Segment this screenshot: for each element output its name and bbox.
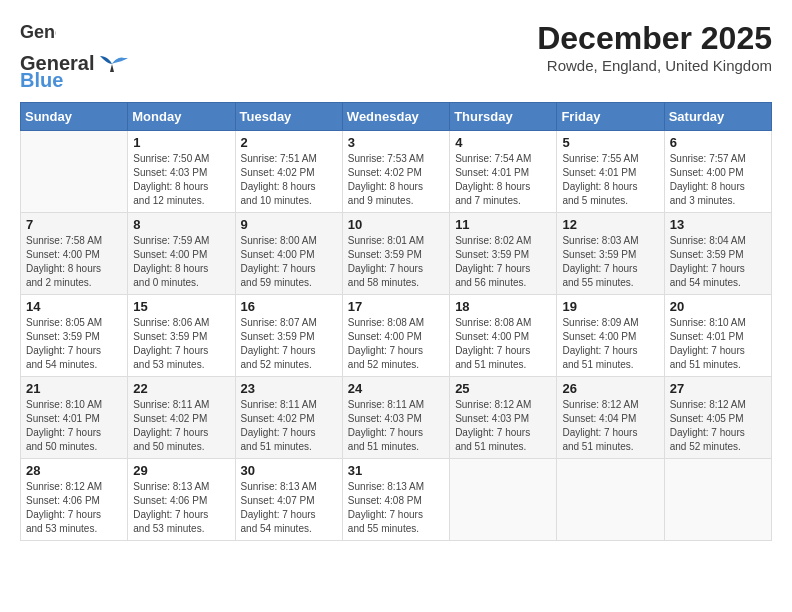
day-number: 18 (455, 299, 551, 314)
logo-blue: Blue (20, 69, 63, 92)
day-info: Sunrise: 8:01 AM Sunset: 3:59 PM Dayligh… (348, 234, 444, 290)
calendar-cell: 12Sunrise: 8:03 AM Sunset: 3:59 PM Dayli… (557, 213, 664, 295)
calendar-cell: 17Sunrise: 8:08 AM Sunset: 4:00 PM Dayli… (342, 295, 449, 377)
day-info: Sunrise: 8:03 AM Sunset: 3:59 PM Dayligh… (562, 234, 658, 290)
day-number: 7 (26, 217, 122, 232)
calendar-cell: 20Sunrise: 8:10 AM Sunset: 4:01 PM Dayli… (664, 295, 771, 377)
day-number: 24 (348, 381, 444, 396)
calendar-week-row: 21Sunrise: 8:10 AM Sunset: 4:01 PM Dayli… (21, 377, 772, 459)
calendar-cell (450, 459, 557, 541)
day-number: 17 (348, 299, 444, 314)
calendar-cell: 28Sunrise: 8:12 AM Sunset: 4:06 PM Dayli… (21, 459, 128, 541)
calendar-cell (664, 459, 771, 541)
day-number: 11 (455, 217, 551, 232)
calendar-cell: 25Sunrise: 8:12 AM Sunset: 4:03 PM Dayli… (450, 377, 557, 459)
day-info: Sunrise: 7:58 AM Sunset: 4:00 PM Dayligh… (26, 234, 122, 290)
calendar-cell: 3Sunrise: 7:53 AM Sunset: 4:02 PM Daylig… (342, 131, 449, 213)
day-info: Sunrise: 8:07 AM Sunset: 3:59 PM Dayligh… (241, 316, 337, 372)
day-number: 21 (26, 381, 122, 396)
day-info: Sunrise: 8:12 AM Sunset: 4:05 PM Dayligh… (670, 398, 766, 454)
day-info: Sunrise: 8:13 AM Sunset: 4:06 PM Dayligh… (133, 480, 229, 536)
calendar-cell: 5Sunrise: 7:55 AM Sunset: 4:01 PM Daylig… (557, 131, 664, 213)
calendar-cell: 21Sunrise: 8:10 AM Sunset: 4:01 PM Dayli… (21, 377, 128, 459)
page-header: General General Blue December 2025 Rowde… (20, 20, 772, 92)
day-info: Sunrise: 8:08 AM Sunset: 4:00 PM Dayligh… (455, 316, 551, 372)
day-number: 5 (562, 135, 658, 150)
day-number: 28 (26, 463, 122, 478)
day-info: Sunrise: 8:05 AM Sunset: 3:59 PM Dayligh… (26, 316, 122, 372)
calendar-cell: 18Sunrise: 8:08 AM Sunset: 4:00 PM Dayli… (450, 295, 557, 377)
day-info: Sunrise: 7:51 AM Sunset: 4:02 PM Dayligh… (241, 152, 337, 208)
calendar-cell: 16Sunrise: 8:07 AM Sunset: 3:59 PM Dayli… (235, 295, 342, 377)
day-number: 30 (241, 463, 337, 478)
logo-bird-icon (96, 54, 128, 74)
day-info: Sunrise: 8:06 AM Sunset: 3:59 PM Dayligh… (133, 316, 229, 372)
day-number: 19 (562, 299, 658, 314)
day-number: 29 (133, 463, 229, 478)
day-info: Sunrise: 8:13 AM Sunset: 4:07 PM Dayligh… (241, 480, 337, 536)
day-number: 31 (348, 463, 444, 478)
calendar-cell: 9Sunrise: 8:00 AM Sunset: 4:00 PM Daylig… (235, 213, 342, 295)
day-info: Sunrise: 7:53 AM Sunset: 4:02 PM Dayligh… (348, 152, 444, 208)
calendar-cell: 15Sunrise: 8:06 AM Sunset: 3:59 PM Dayli… (128, 295, 235, 377)
calendar-week-row: 28Sunrise: 8:12 AM Sunset: 4:06 PM Dayli… (21, 459, 772, 541)
day-number: 2 (241, 135, 337, 150)
weekday-friday: Friday (557, 103, 664, 131)
day-info: Sunrise: 8:04 AM Sunset: 3:59 PM Dayligh… (670, 234, 766, 290)
calendar-cell: 2Sunrise: 7:51 AM Sunset: 4:02 PM Daylig… (235, 131, 342, 213)
calendar-cell: 22Sunrise: 8:11 AM Sunset: 4:02 PM Dayli… (128, 377, 235, 459)
weekday-saturday: Saturday (664, 103, 771, 131)
calendar-cell: 4Sunrise: 7:54 AM Sunset: 4:01 PM Daylig… (450, 131, 557, 213)
calendar-cell (557, 459, 664, 541)
calendar-cell: 31Sunrise: 8:13 AM Sunset: 4:08 PM Dayli… (342, 459, 449, 541)
month-title: December 2025 (537, 20, 772, 57)
day-info: Sunrise: 8:09 AM Sunset: 4:00 PM Dayligh… (562, 316, 658, 372)
day-number: 6 (670, 135, 766, 150)
day-info: Sunrise: 8:00 AM Sunset: 4:00 PM Dayligh… (241, 234, 337, 290)
day-number: 10 (348, 217, 444, 232)
day-number: 22 (133, 381, 229, 396)
day-info: Sunrise: 7:59 AM Sunset: 4:00 PM Dayligh… (133, 234, 229, 290)
day-info: Sunrise: 8:10 AM Sunset: 4:01 PM Dayligh… (670, 316, 766, 372)
calendar-cell: 23Sunrise: 8:11 AM Sunset: 4:02 PM Dayli… (235, 377, 342, 459)
calendar-week-row: 1Sunrise: 7:50 AM Sunset: 4:03 PM Daylig… (21, 131, 772, 213)
day-info: Sunrise: 8:12 AM Sunset: 4:03 PM Dayligh… (455, 398, 551, 454)
calendar-table: SundayMondayTuesdayWednesdayThursdayFrid… (20, 102, 772, 541)
calendar-cell: 14Sunrise: 8:05 AM Sunset: 3:59 PM Dayli… (21, 295, 128, 377)
day-number: 16 (241, 299, 337, 314)
day-number: 27 (670, 381, 766, 396)
calendar-cell: 6Sunrise: 7:57 AM Sunset: 4:00 PM Daylig… (664, 131, 771, 213)
day-number: 14 (26, 299, 122, 314)
day-number: 1 (133, 135, 229, 150)
day-number: 13 (670, 217, 766, 232)
svg-text:General: General (20, 22, 56, 42)
day-number: 26 (562, 381, 658, 396)
logo: General General Blue (20, 20, 128, 92)
day-info: Sunrise: 7:57 AM Sunset: 4:00 PM Dayligh… (670, 152, 766, 208)
calendar-week-row: 14Sunrise: 8:05 AM Sunset: 3:59 PM Dayli… (21, 295, 772, 377)
calendar-cell: 8Sunrise: 7:59 AM Sunset: 4:00 PM Daylig… (128, 213, 235, 295)
day-number: 23 (241, 381, 337, 396)
day-info: Sunrise: 8:11 AM Sunset: 4:03 PM Dayligh… (348, 398, 444, 454)
calendar-cell: 30Sunrise: 8:13 AM Sunset: 4:07 PM Dayli… (235, 459, 342, 541)
day-number: 9 (241, 217, 337, 232)
day-number: 3 (348, 135, 444, 150)
day-info: Sunrise: 8:12 AM Sunset: 4:06 PM Dayligh… (26, 480, 122, 536)
weekday-wednesday: Wednesday (342, 103, 449, 131)
day-number: 25 (455, 381, 551, 396)
day-info: Sunrise: 7:54 AM Sunset: 4:01 PM Dayligh… (455, 152, 551, 208)
calendar-cell (21, 131, 128, 213)
calendar-cell: 29Sunrise: 8:13 AM Sunset: 4:06 PM Dayli… (128, 459, 235, 541)
day-number: 20 (670, 299, 766, 314)
calendar-cell: 26Sunrise: 8:12 AM Sunset: 4:04 PM Dayli… (557, 377, 664, 459)
day-info: Sunrise: 8:08 AM Sunset: 4:00 PM Dayligh… (348, 316, 444, 372)
calendar-cell: 13Sunrise: 8:04 AM Sunset: 3:59 PM Dayli… (664, 213, 771, 295)
calendar-week-row: 7Sunrise: 7:58 AM Sunset: 4:00 PM Daylig… (21, 213, 772, 295)
calendar-cell: 1Sunrise: 7:50 AM Sunset: 4:03 PM Daylig… (128, 131, 235, 213)
day-info: Sunrise: 7:50 AM Sunset: 4:03 PM Dayligh… (133, 152, 229, 208)
weekday-header-row: SundayMondayTuesdayWednesdayThursdayFrid… (21, 103, 772, 131)
day-info: Sunrise: 8:13 AM Sunset: 4:08 PM Dayligh… (348, 480, 444, 536)
day-number: 8 (133, 217, 229, 232)
day-info: Sunrise: 8:02 AM Sunset: 3:59 PM Dayligh… (455, 234, 551, 290)
weekday-monday: Monday (128, 103, 235, 131)
